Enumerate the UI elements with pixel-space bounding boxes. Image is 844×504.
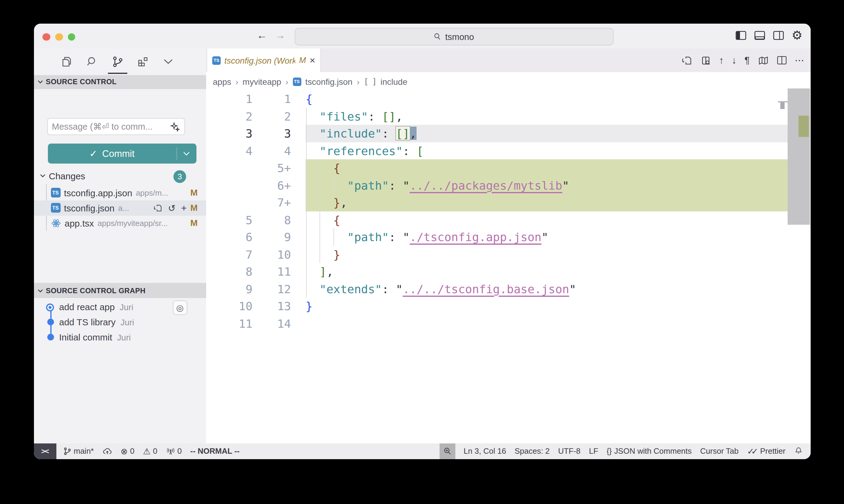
commit-row[interactable]: Initial commitJuri [34, 329, 206, 345]
code-line[interactable]: 7+ }, [206, 194, 810, 211]
source-control-section-header[interactable]: SOURCE CONTROL [34, 75, 206, 89]
code-line[interactable]: 912 "extends": "../../tsconfig.base.json… [206, 280, 810, 298]
encoding-status[interactable]: UTF-8 [558, 447, 581, 456]
more-actions-icon[interactable]: ⋯ [795, 55, 804, 66]
code-line[interactable]: 58 { [206, 211, 810, 228]
editor-area: TS tsconfig.json (Working Tree) M × ↑ ↓ … [206, 49, 810, 443]
publish-cloud-icon[interactable] [102, 447, 112, 455]
commit-message-input[interactable]: Message (⌘⏎ to comm... [47, 118, 185, 135]
changed-file-row[interactable]: app.tsxapps/myviteapp/sr...M [34, 215, 206, 231]
code-token [306, 265, 320, 278]
changes-section-header[interactable]: Changes [40, 168, 85, 183]
command-center-search[interactable]: tsmono [294, 28, 613, 46]
previous-change-icon[interactable]: ↑ [719, 55, 724, 66]
activity-more-views[interactable] [156, 49, 181, 74]
toggle-right-sidebar-icon[interactable] [773, 31, 784, 40]
source-control-graph-section-header[interactable]: SOURCE CONTROL GRAPH [34, 283, 206, 298]
navigate-forward-button[interactable]: → [275, 29, 285, 42]
map-icon[interactable] [758, 55, 769, 65]
code-line[interactable]: 1013} [206, 298, 810, 315]
close-window-button[interactable] [42, 33, 50, 41]
code-line[interactable]: 22 "files": [], [206, 108, 810, 125]
code-line[interactable]: 5+ { [206, 159, 810, 177]
code-line[interactable]: 710 } [206, 246, 810, 263]
activity-source-control[interactable] [105, 49, 130, 74]
code-token [306, 282, 320, 295]
notifications-bell-icon[interactable] [794, 447, 803, 456]
array-symbol-icon: [ ] [364, 77, 376, 86]
activity-extensions[interactable] [130, 49, 156, 74]
sparkle-generate-icon[interactable] [170, 122, 180, 132]
braces-icon: {} [607, 447, 612, 455]
commit-button[interactable]: ✓ Commit [48, 144, 196, 164]
graph-filter-button[interactable]: ◎ [173, 301, 187, 315]
next-change-icon[interactable]: ↓ [732, 55, 737, 66]
ports-status[interactable]: 0 [166, 447, 182, 456]
commit-dot [47, 334, 54, 340]
commit-dropdown-button[interactable] [177, 151, 196, 156]
modified-line-number: 1 [253, 90, 291, 108]
chevron-down-icon [40, 174, 45, 178]
chevron-down-icon [37, 289, 43, 292]
git-branch-status[interactable]: main* [63, 447, 94, 456]
formatter-status[interactable]: ✓✓ Prettier [747, 447, 786, 456]
changes-file-list: TStsconfig.app.jsonapps/m...MTStsconfig.… [34, 185, 206, 231]
discard-changes-icon[interactable]: ↺ [168, 203, 175, 212]
inline-diff-view-icon[interactable] [700, 55, 711, 66]
title-bar[interactable]: ← → tsmono ⚙ [34, 24, 810, 49]
open-file-icon[interactable] [682, 55, 692, 66]
code-line[interactable]: 33 "include": [], [206, 125, 810, 142]
changed-file-row[interactable]: TStsconfig.jsona...↺+M [34, 200, 206, 215]
breadcrumb-item[interactable]: tsconfig.json [305, 77, 352, 86]
editor-toolbar: ↑ ↓ ¶ ⋯ [682, 49, 804, 72]
code-token: { [306, 92, 313, 105]
breadcrumb-item[interactable]: apps [213, 77, 231, 86]
close-tab-icon[interactable]: × [310, 55, 315, 65]
errors-status[interactable]: ⊗ 0 [121, 447, 135, 456]
warnings-status[interactable]: ⚠ 0 [143, 447, 157, 456]
remote-indicator[interactable]: >< [34, 443, 56, 459]
toggle-left-sidebar-icon[interactable] [735, 31, 746, 40]
editor-scrollbar[interactable] [788, 88, 810, 225]
typescript-file-icon: TS [212, 56, 221, 65]
language-mode-status[interactable]: {} JSON with Comments [607, 447, 691, 456]
code-token: "files" [320, 109, 368, 123]
cursor-position-status[interactable]: Ln 3, Col 16 [464, 447, 506, 456]
code-line[interactable]: 811 ], [206, 263, 810, 280]
maximize-window-button[interactable] [68, 33, 75, 41]
changed-file-row[interactable]: TStsconfig.app.jsonapps/m...M [34, 185, 206, 200]
changes-count-badge: 3 [173, 170, 186, 183]
settings-gear-icon[interactable]: ⚙ [792, 29, 803, 41]
eol-status[interactable]: LF [589, 447, 598, 456]
activity-bar [34, 49, 206, 74]
code-line[interactable]: 1114 [206, 315, 810, 332]
activity-explorer[interactable] [54, 49, 79, 74]
open-file-icon[interactable] [153, 203, 162, 212]
split-editor-icon[interactable] [776, 56, 787, 65]
breadcrumb-item[interactable]: include [380, 77, 408, 86]
stage-changes-icon[interactable]: + [181, 203, 187, 212]
code-line[interactable]: 11{ [206, 90, 810, 108]
typescript-file-icon: TS [51, 188, 60, 197]
whitespace-toggle-icon[interactable]: ¶ [744, 55, 750, 66]
tab-tsconfig-working-tree[interactable]: TS tsconfig.json (Working Tree) M × [207, 49, 321, 72]
zoom-indicator-button[interactable] [439, 443, 455, 459]
navigate-back-button[interactable]: ← [257, 29, 267, 42]
double-check-icon: ✓✓ [747, 447, 755, 455]
code-token: " [396, 282, 402, 295]
modified-line-number: 7+ [253, 194, 291, 211]
code-line[interactable]: 6+ "path": "../../packages/mytslib" [206, 177, 810, 194]
indentation-status[interactable]: Spaces: 2 [515, 447, 550, 456]
code-line[interactable]: 44 "references": [ [206, 142, 810, 159]
breadcrumb-item[interactable]: myviteapp [243, 77, 281, 86]
commit-row[interactable]: add TS libraryJuri [34, 314, 206, 329]
commit-dot [47, 319, 54, 325]
cursor-tab-status[interactable]: Cursor Tab [700, 447, 739, 456]
warning-icon: ⚠ [143, 447, 150, 455]
toggle-bottom-panel-icon[interactable] [754, 31, 765, 40]
activity-search[interactable] [79, 49, 105, 74]
file-path: apps/m... [136, 188, 187, 197]
code-line[interactable]: 69 "path": "./tsconfig.app.json" [206, 228, 810, 246]
code-token: { [333, 213, 341, 226]
minimize-window-button[interactable] [55, 33, 63, 41]
